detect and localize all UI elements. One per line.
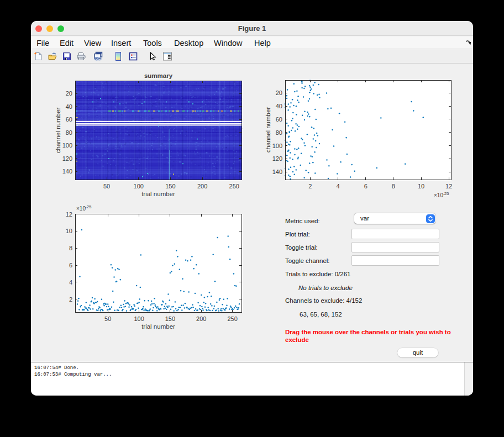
svg-text:2: 2 — [69, 296, 72, 303]
svg-text:200: 200 — [197, 183, 207, 189]
svg-text:140: 140 — [62, 168, 72, 175]
svg-text:250: 250 — [227, 315, 237, 322]
svg-text:summary: summary — [144, 72, 173, 79]
svg-text:8: 8 — [392, 183, 395, 189]
svg-text:8: 8 — [69, 245, 72, 251]
svg-text:20: 20 — [276, 89, 282, 96]
svg-text:200: 200 — [196, 315, 206, 322]
svg-text:4: 4 — [337, 183, 340, 189]
svg-text:40: 40 — [276, 103, 282, 109]
svg-text:4: 4 — [69, 279, 72, 286]
svg-text:×10: ×10 — [434, 192, 443, 198]
svg-text:×10: ×10 — [76, 206, 86, 212]
svg-text:channel number: channel number — [265, 107, 271, 153]
svg-text:150: 150 — [165, 183, 175, 189]
svg-text:12: 12 — [445, 183, 452, 189]
svg-text:-25: -25 — [85, 204, 92, 209]
svg-text:80: 80 — [276, 129, 282, 136]
svg-text:100: 100 — [134, 183, 144, 189]
svg-text:20: 20 — [66, 90, 72, 97]
svg-text:-25: -25 — [443, 191, 449, 196]
svg-text:120: 120 — [272, 155, 282, 162]
svg-text:channel number: channel number — [55, 108, 61, 154]
svg-text:100: 100 — [272, 143, 282, 149]
svg-text:150: 150 — [165, 315, 175, 322]
svg-text:50: 50 — [104, 315, 111, 322]
svg-text:120: 120 — [62, 155, 72, 162]
svg-text:50: 50 — [103, 183, 110, 189]
svg-text:250: 250 — [229, 183, 239, 189]
svg-text:2: 2 — [308, 183, 312, 189]
svg-text:12: 12 — [66, 211, 72, 218]
svg-text:10: 10 — [66, 228, 72, 234]
svg-text:60: 60 — [66, 116, 72, 123]
svg-text:6: 6 — [69, 262, 72, 268]
svg-text:10: 10 — [418, 183, 424, 189]
svg-text:60: 60 — [276, 116, 282, 123]
svg-text:100: 100 — [62, 142, 72, 149]
svg-text:100: 100 — [134, 315, 144, 322]
svg-text:trial number: trial number — [141, 323, 175, 330]
svg-text:80: 80 — [66, 129, 72, 136]
svg-text:6: 6 — [364, 183, 368, 189]
svg-text:140: 140 — [272, 169, 282, 175]
svg-text:40: 40 — [66, 103, 72, 110]
svg-text:trial number: trial number — [141, 191, 175, 197]
